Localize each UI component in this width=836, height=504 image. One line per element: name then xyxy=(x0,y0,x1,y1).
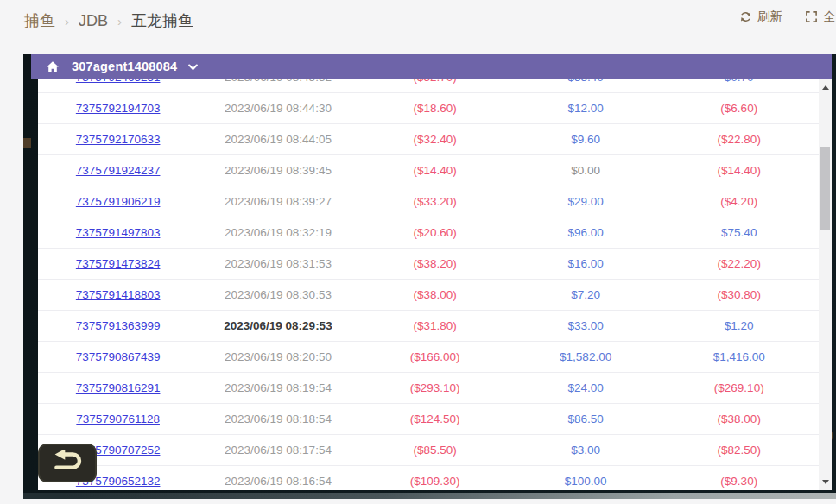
top-bar: 捕鱼 › JDB › 五龙捕鱼 刷新 全屏 xyxy=(0,0,836,54)
net-amount: ($269.10) xyxy=(660,381,819,394)
table-row: 7375792194703 2023/06/19 08:44:30 ($18.6… xyxy=(38,93,819,124)
bet-id-link[interactable]: 7375790761128 xyxy=(76,413,160,425)
table-scrollbar[interactable] xyxy=(819,79,832,490)
table-row: 7375790761128 2023/06/19 08:18:54 ($124.… xyxy=(38,404,819,435)
panel-bottom-band xyxy=(23,493,836,499)
bet-amount: ($31.80) xyxy=(358,319,512,332)
bet-amount: ($18.60) xyxy=(358,102,512,115)
table-row: 7375790652132 2023/06/19 08:16:54 ($109.… xyxy=(38,466,819,490)
bet-id-link[interactable]: 7375791418803 xyxy=(76,288,161,301)
net-amount: ($82.50) xyxy=(660,444,819,457)
back-button[interactable] xyxy=(38,444,97,482)
breadcrumb-item-jdb[interactable]: JDB xyxy=(79,12,108,30)
bet-id-link[interactable]: 7375791473824 xyxy=(76,257,161,270)
net-amount: ($22.20) xyxy=(660,257,819,270)
net-amount: ($4.20) xyxy=(660,195,819,208)
bet-time: 2023/06/19 08:16:54 xyxy=(198,475,358,488)
panel-left-mark xyxy=(23,138,31,148)
fullscreen-label: 全屏 xyxy=(823,9,836,25)
bet-time: 2023/06/19 08:32:19 xyxy=(198,226,358,239)
fullscreen-icon xyxy=(805,10,818,23)
back-arrow-icon xyxy=(50,450,85,476)
scrollbar-down-arrow[interactable] xyxy=(819,476,832,488)
win-amount: $33.40 xyxy=(512,79,660,84)
breadcrumb-separator: › xyxy=(65,14,69,28)
table-row: 7375792465251 2023/06/19 08:45:32 ($32.7… xyxy=(38,79,819,93)
bet-amount: ($293.10) xyxy=(358,381,512,394)
win-amount: $12.00 xyxy=(512,102,660,115)
bet-records-table: 7375792465251 2023/06/19 08:45:32 ($32.7… xyxy=(38,79,819,490)
net-amount: ($38.00) xyxy=(660,413,819,425)
table-body: 7375792465251 2023/06/19 08:45:32 ($32.7… xyxy=(38,79,819,490)
scrollbar-up-arrow[interactable] xyxy=(819,81,832,94)
bet-id-link[interactable]: 7375791906219 xyxy=(76,195,161,208)
bet-amount: ($14.40) xyxy=(358,164,512,177)
home-icon[interactable] xyxy=(46,60,60,73)
table-row: 7375791924237 2023/06/19 08:39:45 ($14.4… xyxy=(38,155,819,186)
win-amount: $9.60 xyxy=(512,133,660,146)
refresh-button[interactable]: 刷新 xyxy=(739,9,782,25)
net-amount: $75.40 xyxy=(660,226,819,239)
bet-amount: ($20.60) xyxy=(358,226,512,239)
bet-id-link[interactable]: 7375790867439 xyxy=(76,350,161,363)
chevron-down-icon xyxy=(188,60,198,73)
win-amount: $33.00 xyxy=(512,319,660,332)
bet-id-link[interactable]: 7375791924237 xyxy=(76,164,161,177)
breadcrumb-item-fishing[interactable]: 捕鱼 xyxy=(24,10,55,31)
bet-time: 2023/06/19 08:20:50 xyxy=(198,350,358,363)
net-amount: ($14.40) xyxy=(660,164,819,177)
bet-id-link[interactable]: 7375791497803 xyxy=(76,226,161,239)
table-row: 7375790867439 2023/06/19 08:20:50 ($166.… xyxy=(38,342,819,373)
bet-amount: ($85.50) xyxy=(358,444,512,457)
bet-id-link[interactable]: 7375791363999 xyxy=(76,319,161,332)
bet-time: 2023/06/19 08:44:05 xyxy=(198,133,358,146)
agent-header-bar: 307agent1408084 xyxy=(31,54,832,79)
table-row: 7375790707252 2023/06/19 08:17:54 ($85.5… xyxy=(38,435,819,466)
bet-amount: ($124.50) xyxy=(358,413,512,425)
win-amount: $16.00 xyxy=(512,257,660,270)
bet-time: 2023/06/19 08:30:53 xyxy=(198,288,358,301)
bet-amount: ($32.40) xyxy=(358,133,512,146)
bet-time: 2023/06/19 08:18:54 xyxy=(198,413,358,425)
breadcrumb: 捕鱼 › JDB › 五龙捕鱼 xyxy=(24,10,193,31)
net-amount: $1.20 xyxy=(660,319,819,332)
bet-time: 2023/06/19 08:19:54 xyxy=(198,381,358,394)
bet-time: 2023/06/19 08:39:27 xyxy=(198,195,358,208)
net-amount: $1,416.00 xyxy=(660,350,819,363)
win-amount: $96.00 xyxy=(512,226,660,239)
net-amount: ($30.80) xyxy=(660,288,819,301)
win-amount: $24.00 xyxy=(512,381,660,394)
fullscreen-button[interactable]: 全屏 xyxy=(805,9,836,25)
win-amount: $7.20 xyxy=(512,288,660,301)
table-row: 7375791363999 2023/06/19 08:29:53 ($31.8… xyxy=(38,311,819,342)
bet-time: 2023/06/19 08:39:45 xyxy=(198,164,358,177)
win-amount: $0.00 xyxy=(512,164,660,177)
net-amount: $0.70 xyxy=(660,79,819,84)
agent-selector[interactable]: 307agent1408084 xyxy=(72,60,198,73)
bet-time: 2023/06/19 08:17:54 xyxy=(198,444,358,457)
breadcrumb-separator: › xyxy=(117,14,122,28)
table-row: 7375791497803 2023/06/19 08:32:19 ($20.6… xyxy=(38,217,819,249)
bet-amount: ($38.20) xyxy=(358,257,512,270)
table-row: 7375791473824 2023/06/19 08:31:53 ($38.2… xyxy=(38,249,819,280)
scrollbar-thumb[interactable] xyxy=(820,147,830,230)
bet-time: 2023/06/19 08:31:53 xyxy=(198,257,358,270)
refresh-icon xyxy=(739,10,752,23)
win-amount: $100.00 xyxy=(512,475,660,488)
bet-time: 2023/06/19 08:44:30 xyxy=(198,102,358,115)
bet-id-link[interactable]: 7375790816291 xyxy=(76,381,161,394)
win-amount: $86.50 xyxy=(512,413,660,425)
bet-amount: ($33.20) xyxy=(358,195,512,208)
bet-id-link[interactable]: 7375792465251 xyxy=(76,79,161,84)
page-toolbar: 刷新 全屏 xyxy=(739,9,836,25)
bet-amount: ($38.00) xyxy=(358,288,512,301)
win-amount: $1,582.00 xyxy=(512,350,660,363)
bet-id-link[interactable]: 7375792194703 xyxy=(76,102,161,115)
bet-amount: ($166.00) xyxy=(358,350,512,363)
net-amount: ($6.60) xyxy=(660,102,819,115)
refresh-label: 刷新 xyxy=(757,9,782,25)
table-row: 7375791418803 2023/06/19 08:30:53 ($38.0… xyxy=(38,280,819,311)
bet-id-link[interactable]: 7375792170633 xyxy=(76,133,161,146)
win-amount: $29.00 xyxy=(512,195,660,208)
table-row: 7375790816291 2023/06/19 08:19:54 ($293.… xyxy=(38,373,819,404)
